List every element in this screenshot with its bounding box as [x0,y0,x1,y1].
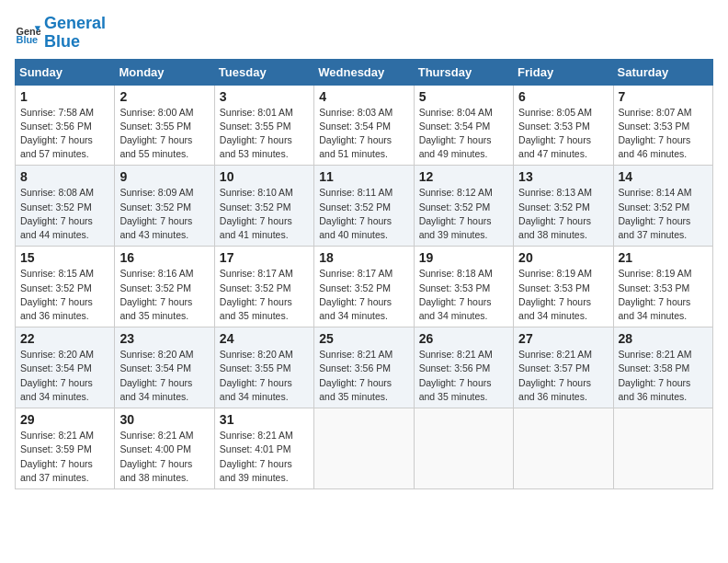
calendar-cell: 30 Sunrise: 8:21 AM Sunset: 4:00 PM Dayl… [115,408,214,489]
day-number: 8 [20,169,109,184]
page-header: General Blue General Blue [15,15,713,52]
calendar-cell: 25 Sunrise: 8:21 AM Sunset: 3:56 PM Dayl… [314,327,414,408]
calendar-week-2: 8 Sunrise: 8:08 AM Sunset: 3:52 PM Dayli… [16,166,713,247]
calendar-cell: 19 Sunrise: 8:18 AM Sunset: 3:53 PM Dayl… [414,247,513,327]
day-info: Sunrise: 8:21 AM Sunset: 3:58 PM Dayligh… [619,348,708,404]
day-info: Sunrise: 8:08 AM Sunset: 3:52 PM Dayligh… [20,186,109,242]
day-info: Sunrise: 8:21 AM Sunset: 3:57 PM Dayligh… [518,348,608,404]
calendar-cell [514,408,613,489]
calendar-cell: 14 Sunrise: 8:14 AM Sunset: 3:52 PM Dayl… [613,166,712,247]
day-info: Sunrise: 8:21 AM Sunset: 4:00 PM Dayligh… [119,429,209,485]
day-number: 9 [119,169,209,184]
day-info: Sunrise: 8:12 AM Sunset: 3:52 PM Dayligh… [419,186,508,242]
day-info: Sunrise: 8:11 AM Sunset: 3:52 PM Dayligh… [319,186,408,242]
calendar-cell: 1 Sunrise: 7:58 AM Sunset: 3:56 PM Dayli… [16,85,115,166]
day-info: Sunrise: 8:16 AM Sunset: 3:52 PM Dayligh… [119,267,209,323]
day-number: 23 [119,331,209,346]
day-number: 11 [319,169,408,184]
svg-text:Blue: Blue [17,34,39,45]
day-info: Sunrise: 8:18 AM Sunset: 3:53 PM Dayligh… [419,267,508,323]
day-number: 22 [20,331,109,346]
calendar-cell: 26 Sunrise: 8:21 AM Sunset: 3:56 PM Dayl… [414,327,513,408]
calendar-cell: 3 Sunrise: 8:01 AM Sunset: 3:55 PM Dayli… [214,85,313,166]
calendar-cell: 6 Sunrise: 8:05 AM Sunset: 3:53 PM Dayli… [514,85,613,166]
calendar-cell: 23 Sunrise: 8:20 AM Sunset: 3:54 PM Dayl… [115,327,214,408]
day-info: Sunrise: 8:20 AM Sunset: 3:54 PM Dayligh… [119,348,209,404]
day-info: Sunrise: 8:07 AM Sunset: 3:53 PM Dayligh… [619,106,708,162]
header-row: SundayMondayTuesdayWednesdayThursdayFrid… [16,59,713,85]
day-number: 31 [220,412,309,427]
day-number: 17 [220,250,309,265]
calendar-cell: 31 Sunrise: 8:21 AM Sunset: 4:01 PM Dayl… [214,408,313,489]
logo-general: General [44,15,106,33]
day-info: Sunrise: 8:00 AM Sunset: 3:55 PM Dayligh… [119,106,209,162]
day-info: Sunrise: 7:58 AM Sunset: 3:56 PM Dayligh… [20,106,109,162]
day-number: 12 [419,169,508,184]
day-number: 29 [20,412,109,427]
calendar-cell: 16 Sunrise: 8:16 AM Sunset: 3:52 PM Dayl… [115,247,214,327]
day-info: Sunrise: 8:21 AM Sunset: 3:56 PM Dayligh… [419,348,508,404]
calendar-cell [613,408,712,489]
logo: General Blue General Blue [15,15,106,52]
calendar-week-5: 29 Sunrise: 8:21 AM Sunset: 3:59 PM Dayl… [16,408,713,489]
calendar-cell: 24 Sunrise: 8:20 AM Sunset: 3:55 PM Dayl… [214,327,313,408]
calendar-cell: 2 Sunrise: 8:00 AM Sunset: 3:55 PM Dayli… [115,85,214,166]
day-number: 21 [619,250,708,265]
header-cell-sunday: Sunday [16,59,115,85]
calendar-cell: 10 Sunrise: 8:10 AM Sunset: 3:52 PM Dayl… [214,166,313,247]
calendar-week-3: 15 Sunrise: 8:15 AM Sunset: 3:52 PM Dayl… [16,247,713,327]
day-number: 24 [220,331,309,346]
day-info: Sunrise: 8:17 AM Sunset: 3:52 PM Dayligh… [319,267,408,323]
day-info: Sunrise: 8:21 AM Sunset: 3:56 PM Dayligh… [319,348,408,404]
calendar-week-4: 22 Sunrise: 8:20 AM Sunset: 3:54 PM Dayl… [16,327,713,408]
calendar-cell [414,408,513,489]
day-info: Sunrise: 8:09 AM Sunset: 3:52 PM Dayligh… [119,186,209,242]
calendar-cell: 18 Sunrise: 8:17 AM Sunset: 3:52 PM Dayl… [314,247,414,327]
calendar-cell: 12 Sunrise: 8:12 AM Sunset: 3:52 PM Dayl… [414,166,513,247]
calendar-cell: 11 Sunrise: 8:11 AM Sunset: 3:52 PM Dayl… [314,166,414,247]
day-info: Sunrise: 8:03 AM Sunset: 3:54 PM Dayligh… [319,106,408,162]
calendar-cell: 15 Sunrise: 8:15 AM Sunset: 3:52 PM Dayl… [16,247,115,327]
day-info: Sunrise: 8:21 AM Sunset: 4:01 PM Dayligh… [220,429,309,485]
day-info: Sunrise: 8:21 AM Sunset: 3:59 PM Dayligh… [20,429,109,485]
day-number: 14 [619,169,708,184]
calendar-week-1: 1 Sunrise: 7:58 AM Sunset: 3:56 PM Dayli… [16,85,713,166]
day-info: Sunrise: 8:17 AM Sunset: 3:52 PM Dayligh… [220,267,309,323]
day-number: 26 [419,331,508,346]
calendar-cell: 28 Sunrise: 8:21 AM Sunset: 3:58 PM Dayl… [613,327,712,408]
day-number: 30 [119,412,209,427]
day-number: 6 [518,89,608,104]
calendar-cell: 20 Sunrise: 8:19 AM Sunset: 3:53 PM Dayl… [514,247,613,327]
day-number: 2 [119,89,209,104]
calendar-cell: 29 Sunrise: 8:21 AM Sunset: 3:59 PM Dayl… [16,408,115,489]
logo-icon: General Blue [15,20,40,46]
calendar-cell: 4 Sunrise: 8:03 AM Sunset: 3:54 PM Dayli… [314,85,414,166]
calendar-cell: 21 Sunrise: 8:19 AM Sunset: 3:53 PM Dayl… [613,247,712,327]
calendar-cell: 7 Sunrise: 8:07 AM Sunset: 3:53 PM Dayli… [613,85,712,166]
day-number: 20 [518,250,608,265]
header-cell-saturday: Saturday [613,59,712,85]
day-number: 16 [119,250,209,265]
day-info: Sunrise: 8:20 AM Sunset: 3:54 PM Dayligh… [20,348,109,404]
calendar-cell: 8 Sunrise: 8:08 AM Sunset: 3:52 PM Dayli… [16,166,115,247]
day-info: Sunrise: 8:04 AM Sunset: 3:54 PM Dayligh… [419,106,508,162]
calendar-cell: 22 Sunrise: 8:20 AM Sunset: 3:54 PM Dayl… [16,327,115,408]
day-number: 27 [518,331,608,346]
day-number: 3 [220,89,309,104]
header-cell-wednesday: Wednesday [314,59,414,85]
day-info: Sunrise: 8:01 AM Sunset: 3:55 PM Dayligh… [220,106,309,162]
day-number: 13 [518,169,608,184]
calendar-cell [314,408,414,489]
day-info: Sunrise: 8:20 AM Sunset: 3:55 PM Dayligh… [220,348,309,404]
day-number: 7 [619,89,708,104]
day-number: 25 [319,331,408,346]
calendar-cell: 9 Sunrise: 8:09 AM Sunset: 3:52 PM Dayli… [115,166,214,247]
day-number: 28 [619,331,708,346]
calendar-body: 1 Sunrise: 7:58 AM Sunset: 3:56 PM Dayli… [16,85,713,488]
day-info: Sunrise: 8:19 AM Sunset: 3:53 PM Dayligh… [619,267,708,323]
calendar-table: SundayMondayTuesdayWednesdayThursdayFrid… [15,59,713,489]
day-number: 1 [20,89,109,104]
header-cell-tuesday: Tuesday [214,59,313,85]
day-number: 19 [419,250,508,265]
calendar-cell: 17 Sunrise: 8:17 AM Sunset: 3:52 PM Dayl… [214,247,313,327]
